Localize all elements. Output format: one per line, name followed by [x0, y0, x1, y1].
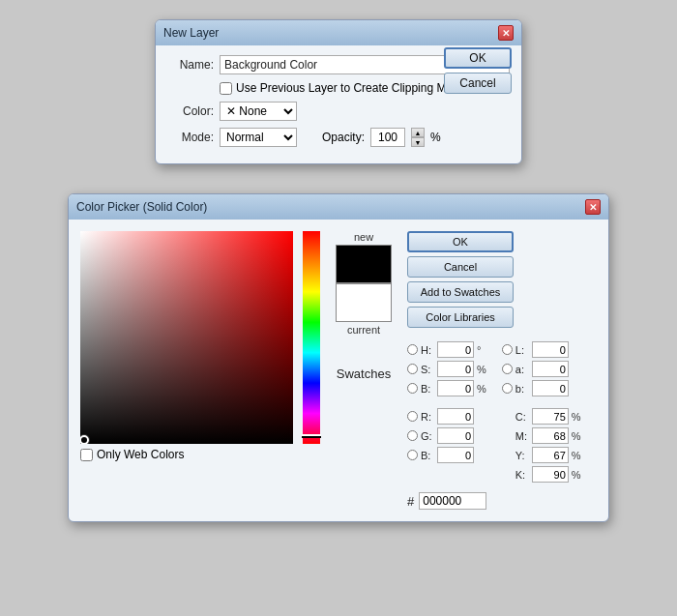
- a-row: a:: [502, 361, 581, 377]
- current-color-swatch: [336, 283, 392, 322]
- color-select[interactable]: ✕ None Red Orange Yellow Green Blue Viol…: [220, 102, 297, 121]
- mode-row: Mode: Normal Multiply Screen Opacity: ▲ …: [167, 128, 510, 147]
- l-row: L:: [502, 341, 581, 358]
- opacity-unit-label: %: [430, 131, 441, 144]
- color-picker-dialog: Color Picker (Solid Color) ✕ Only Web Co…: [68, 193, 609, 522]
- h-row: H: °: [407, 341, 486, 358]
- hue-slider[interactable]: [303, 231, 320, 444]
- hsb-rgb-col: H: ° S: % B:: [407, 341, 486, 483]
- new-layer-ok-button[interactable]: OK: [444, 47, 512, 69]
- opacity-input[interactable]: [370, 128, 405, 147]
- s-label: S:: [421, 364, 434, 375]
- h-input[interactable]: [437, 341, 474, 358]
- s-radio[interactable]: [407, 364, 418, 374]
- hex-input[interactable]: [419, 492, 486, 510]
- b2-label: B:: [421, 450, 434, 461]
- b-input[interactable]: [437, 380, 474, 396]
- color-field-section: Only Web Colors: [80, 231, 293, 510]
- g-input[interactable]: [437, 427, 474, 444]
- opacity-label: Opacity:: [322, 131, 365, 144]
- only-web-label: Only Web Colors: [97, 448, 184, 461]
- h-label: H:: [421, 344, 434, 356]
- lab-cmyk-col: L: a: b:: [502, 341, 581, 483]
- b3-row: b:: [502, 380, 581, 396]
- clipping-mask-label: Use Previous Layer to Create Clipping Ma…: [236, 81, 464, 95]
- color-cancel-button[interactable]: Cancel: [407, 256, 514, 278]
- new-layer-titlebar: New Layer ✕: [156, 20, 521, 45]
- y-row: Y: %: [502, 447, 581, 463]
- hex-row: #: [407, 492, 597, 510]
- r-radio[interactable]: [407, 411, 418, 422]
- color-action-buttons: OK Cancel Add to Swatches Color Librarie…: [407, 231, 597, 328]
- clipping-mask-checkbox[interactable]: [220, 82, 232, 95]
- c-row: C: %: [502, 408, 581, 425]
- hex-hash: #: [407, 494, 414, 509]
- l-radio[interactable]: [502, 344, 513, 355]
- l-input[interactable]: [532, 341, 569, 358]
- b3-radio[interactable]: [502, 383, 513, 394]
- r-row: R:: [407, 408, 486, 425]
- l-label: L:: [515, 344, 529, 356]
- new-layer-close-button[interactable]: ✕: [498, 25, 514, 41]
- a-radio[interactable]: [502, 364, 513, 374]
- s-row: S: %: [407, 361, 486, 377]
- b-unit: %: [477, 383, 486, 395]
- new-color-swatch: [336, 245, 392, 283]
- hue-pointer: [302, 434, 321, 438]
- b-radio[interactable]: [407, 383, 418, 394]
- color-preview-area: new current Swatches: [330, 231, 397, 510]
- a-input[interactable]: [532, 361, 569, 377]
- y-input[interactable]: [532, 447, 569, 463]
- opacity-spinner[interactable]: ▲ ▼: [411, 128, 425, 147]
- g-label: G:: [421, 430, 434, 442]
- add-to-swatches-button[interactable]: Add to Swatches: [407, 281, 514, 303]
- r-label: R:: [421, 411, 434, 423]
- hue-slider-wrap: [303, 231, 320, 444]
- only-web-row: Only Web Colors: [80, 448, 293, 461]
- color-label: Color:: [167, 104, 214, 118]
- name-label: Name:: [167, 58, 214, 72]
- s-unit: %: [477, 364, 486, 375]
- b3-label: b:: [515, 383, 529, 395]
- m-unit: %: [572, 430, 581, 442]
- mode-label: Mode:: [167, 131, 214, 144]
- m-row: M: %: [502, 427, 581, 444]
- color-picker-titlebar: Color Picker (Solid Color) ✕: [69, 194, 608, 220]
- a-label: a:: [515, 364, 529, 375]
- color-ok-button[interactable]: OK: [407, 231, 514, 252]
- b-label: B:: [421, 383, 434, 395]
- current-label: current: [347, 324, 380, 336]
- swatches-label: Swatches: [337, 367, 391, 381]
- b2-row: B:: [407, 447, 486, 463]
- s-input[interactable]: [437, 361, 474, 377]
- color-right-panel: OK Cancel Add to Swatches Color Librarie…: [407, 231, 597, 510]
- new-layer-dialog: New Layer ✕ Name: Use Previous Layer to …: [155, 19, 522, 164]
- color-field[interactable]: [80, 231, 293, 444]
- y-unit: %: [572, 450, 581, 461]
- color-picker-close-button[interactable]: ✕: [585, 199, 601, 215]
- h-unit: °: [477, 344, 481, 356]
- c-unit: %: [572, 411, 581, 423]
- only-web-checkbox[interactable]: [80, 449, 93, 461]
- b2-input[interactable]: [437, 447, 474, 463]
- spin-down-button[interactable]: ▼: [411, 137, 425, 147]
- b2-radio[interactable]: [407, 450, 418, 460]
- mode-select[interactable]: Normal Multiply Screen: [220, 128, 297, 147]
- new-layer-action-buttons: OK Cancel: [438, 47, 512, 94]
- g-radio[interactable]: [407, 430, 418, 441]
- new-layer-cancel-button[interactable]: Cancel: [444, 73, 512, 94]
- color-field-dark: [80, 231, 293, 444]
- m-input[interactable]: [532, 427, 569, 444]
- color-picker-title: Color Picker (Solid Color): [76, 200, 207, 214]
- k-input[interactable]: [532, 466, 569, 483]
- c-input[interactable]: [532, 408, 569, 425]
- r-input[interactable]: [437, 408, 474, 425]
- new-label: new: [354, 231, 373, 243]
- h-radio[interactable]: [407, 344, 418, 355]
- b-row: B: %: [407, 380, 486, 396]
- spin-up-button[interactable]: ▲: [411, 128, 425, 137]
- k-unit: %: [572, 469, 581, 481]
- color-libraries-button[interactable]: Color Libraries: [407, 307, 514, 328]
- g-row: G:: [407, 427, 486, 444]
- b3-input[interactable]: [532, 380, 569, 396]
